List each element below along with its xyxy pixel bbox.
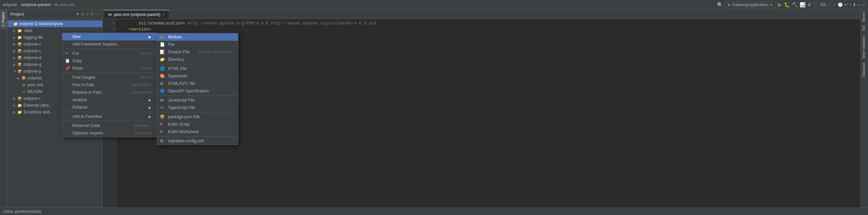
submenu-item-kotlin-script[interactable]: K Kotlin Script	[157, 121, 238, 128]
submenu-item-module[interactable]: ▦ Module...	[157, 33, 238, 41]
submenu-item-file[interactable]: 📄 File	[157, 41, 238, 48]
collapse-all-icon[interactable]: ≡	[86, 12, 88, 17]
folder-icon-ext: 📁	[17, 103, 22, 108]
status-text: CSDN @WWWn02006	[3, 210, 41, 214]
cut-icon: ✂	[65, 51, 71, 56]
xml-icon-pom: m	[21, 82, 27, 88]
git-branches-icon[interactable]: ⑂	[849, 2, 851, 7]
run-dropdown-button[interactable]: ⚙	[807, 2, 811, 7]
run-button[interactable]: ▶	[778, 1, 782, 8]
tree-arrow-p: ▼	[13, 69, 17, 74]
submenu-item-js[interactable]: JS JavaScript File	[157, 96, 238, 104]
folder-icon-logging: 📁	[17, 35, 22, 40]
sidebar-tab-maven[interactable]: Maven	[861, 10, 868, 24]
replace-path-shortcut: Ctrl+Shift+R	[131, 90, 151, 94]
settings-icon[interactable]: ⚙	[90, 12, 94, 17]
analyze-arrow: ▶	[149, 98, 151, 102]
dropdown-icon[interactable]: ▼	[76, 12, 80, 16]
tree-label-pom: pom.xml	[28, 83, 43, 87]
editor-tab-pom[interactable]: m pom.xml (onlyone-parent) ✕	[104, 10, 169, 19]
tree-label-c2: onlyone-c	[23, 49, 41, 53]
submenu-sep3	[157, 112, 238, 112]
menu-item-reformat[interactable]: Reformat Code Ctrl+Alt+L	[62, 122, 157, 129]
submenu-item-cfml[interactable]: ⚙ CFML/CFC file	[157, 80, 238, 87]
refactor-arrow: ▶	[149, 106, 151, 109]
js-submenu-icon: JS	[160, 98, 166, 102]
search-icon[interactable]: 🔍	[717, 2, 723, 7]
sep2: ›	[52, 2, 53, 7]
tree-arrow-d: ▶	[13, 55, 17, 60]
tree-arrow-scratches: ▶	[13, 110, 17, 114]
menu-item-replace-path[interactable]: Replace in Path... Ctrl+Shift+R	[62, 89, 157, 96]
menu-sep3	[62, 112, 157, 112]
sidebar-tab-database[interactable]: Database	[861, 60, 868, 79]
new-arrow-icon: ▶	[149, 35, 151, 39]
menu-label-refactor: Refactor	[72, 105, 88, 110]
menu-item-find-path[interactable]: Find in Path... Ctrl+Shift+F	[62, 81, 157, 89]
title-bar: onlyone › onlyone-parent › m pom.xml 🔍 ▶…	[0, 0, 868, 10]
git-history-icon[interactable]: 🕐	[838, 2, 843, 7]
tree-item-root[interactable]: ▼ 📁 onlyone D:\idea\onlyone	[7, 20, 102, 27]
folder-icon-scratches: 📁	[17, 109, 22, 115]
editor-tabs: m pom.xml (onlyone-parent) ✕	[103, 10, 861, 19]
run-config-selector[interactable]: ▶ GatewayApplication ▼	[725, 1, 776, 8]
submenu-item-openapi[interactable]: 🔵 OpenAPI Specification	[157, 87, 238, 95]
submenu-new: ▦ Module... 📄 File 📝 Scratch File Ctrl+A…	[157, 33, 238, 145]
submenu-item-package-json[interactable]: 📦 package.json File	[157, 113, 238, 121]
submenu-item-html[interactable]: 🌐 HTML File	[157, 65, 238, 72]
md-icon: MD	[21, 89, 27, 94]
window-minimize-button[interactable]: —	[857, 2, 862, 7]
menu-item-optimize[interactable]: Optimize Imports Ctrl+Alt+O	[62, 129, 157, 137]
tree-arrow-sub: ▶	[17, 76, 21, 80]
run-config-dropdown-icon[interactable]: ▼	[770, 3, 773, 6]
tree-label-logging: logging.file	[23, 35, 43, 40]
copy-icon: 📋	[65, 58, 71, 63]
module-icon-p: 📦	[17, 69, 22, 74]
menu-item-cut[interactable]: ✂ Cut Ctrl+X	[62, 50, 157, 57]
module-icon-sub: 📦	[21, 75, 27, 81]
menu-item-framework[interactable]: Add Framework Support...	[62, 40, 157, 48]
sidebar-tab-bean-validation[interactable]: Bean Validation	[861, 33, 868, 60]
window-maximize-button[interactable]: □	[863, 2, 865, 7]
sidebar-tab-ant[interactable]: Ant	[861, 24, 868, 33]
submenu-item-directory[interactable]: 📁 Directory	[157, 56, 238, 63]
menu-item-find-usages[interactable]: Find Usages Alt+F7	[62, 74, 157, 81]
submenu-item-ts[interactable]: TS TypeScript File	[157, 104, 238, 111]
locate-icon[interactable]: ⊕	[81, 12, 84, 17]
folder-icon-root: 📁	[13, 21, 18, 26]
file-submenu-icon: 📄	[160, 42, 166, 47]
menu-item-paste[interactable]: 📌 Paste Ctrl+V	[62, 65, 157, 72]
sep1: ›	[18, 2, 20, 7]
menu-item-analyze[interactable]: Analyze ▶	[62, 96, 157, 104]
menu-label-cut: Cut	[72, 51, 79, 56]
favorites-arrow: ▶	[149, 115, 151, 119]
git-push-icon[interactable]: ⬆	[853, 2, 856, 7]
stop-button[interactable]: ⬛	[813, 2, 818, 7]
submenu-item-css[interactable]: 🎨 Stylesheet	[157, 72, 238, 80]
git-check1: ✓	[828, 2, 832, 7]
menu-item-copy[interactable]: 📋 Copy	[62, 57, 157, 65]
git-label: Git:	[820, 2, 827, 7]
main-layout: 1: Project Project ▼ ⊕ ≡ ⚙ — ▼ 📁 onlyone…	[0, 10, 868, 208]
tab-close-icon[interactable]: ✕	[162, 13, 165, 17]
menu-label-replace-path: Replace in Path...	[72, 90, 105, 95]
sidebar-tab-project[interactable]: 1: Project	[0, 10, 7, 29]
submenu-item-scratch[interactable]: 📝 Scratch File Ctrl+Alt+Shift+Insert	[157, 48, 238, 56]
debug-button[interactable]: 🐛	[784, 2, 790, 7]
submenu-item-kotlin-worksheet[interactable]: K Kotlin Worksheet	[157, 128, 238, 136]
coverage-button[interactable]: 📊	[800, 2, 805, 7]
module-icon-g: 📦	[17, 62, 22, 67]
submenu-item-mybatis[interactable]: ⚙ mybaties-config.xml	[157, 137, 238, 145]
submenu-label-mybatis: mybaties-config.xml	[168, 139, 204, 143]
menu-label-paste: Paste	[72, 66, 83, 71]
menu-item-favorites[interactable]: Add to Favorites ▶	[62, 113, 157, 120]
menu-item-refactor[interactable]: Refactor ▶	[62, 104, 157, 111]
menu-item-new[interactable]: New ▶ ▦ Module... 📄 File 📝 Scratch File	[62, 33, 157, 40]
submenu-label-pkg: package.json File	[168, 114, 200, 119]
build-button[interactable]: 🔨	[792, 2, 798, 7]
toolbar: 🔍 ▶ GatewayApplication ▼ ▶ 🐛 🔨 📊 ⚙ ⬛ Git…	[717, 1, 865, 8]
scratch-submenu-icon: 📝	[160, 50, 166, 54]
right-sidebar-tabs: Maven Ant Bean Validation Database	[861, 10, 868, 208]
minimize-panel-icon[interactable]: —	[95, 12, 100, 17]
git-undo-icon[interactable]: ↩	[844, 2, 848, 7]
